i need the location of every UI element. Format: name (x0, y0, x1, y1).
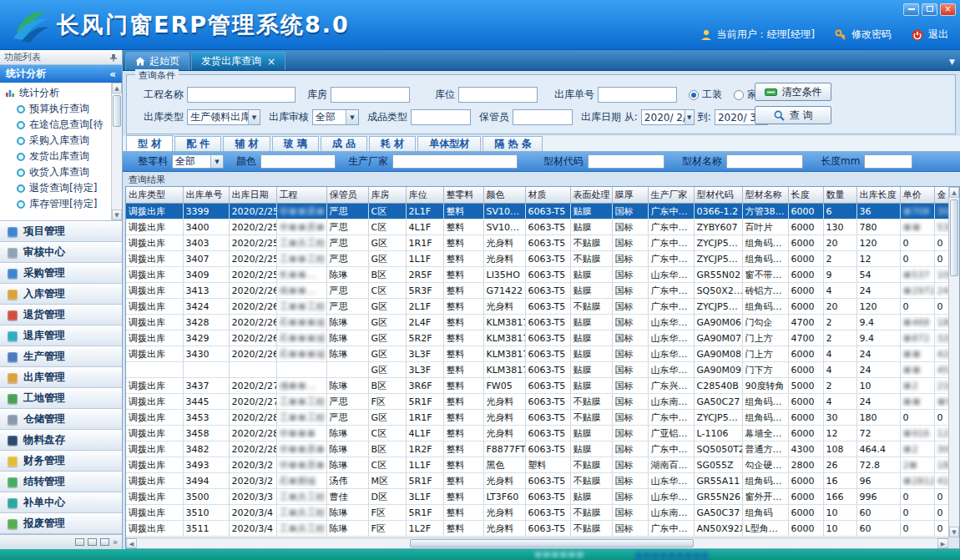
sidebar-item-purchase[interactable]: 采购管理 (0, 263, 122, 284)
tree-item[interactable]: 在途信息查询[待 (17, 117, 122, 133)
table-vscrollbar[interactable]: ▲ ▼ (948, 187, 959, 537)
column-header[interactable]: 材质 (525, 187, 570, 204)
hscroll-thumb[interactable] (410, 539, 694, 547)
material-tab[interactable]: 型 材 (126, 135, 173, 151)
date-from-select[interactable]: 2020/ 2/16▼ (641, 109, 695, 125)
collapse-left-icon[interactable]: « (109, 68, 116, 80)
tab-close-icon[interactable]: × (267, 58, 275, 66)
column-header[interactable]: 出库日期 (229, 187, 276, 204)
keeper-input[interactable] (513, 109, 573, 125)
color-input[interactable] (260, 154, 336, 169)
table-row[interactable]: 调拨出库34942020/3/2石〓辉城汤伟M区5R1F整料光身料6063-T5… (126, 473, 959, 489)
tree-scroll-thumb[interactable] (113, 95, 121, 127)
panel-config-icon[interactable] (100, 538, 109, 546)
close-button[interactable]: × (940, 3, 956, 16)
location-input[interactable] (458, 87, 538, 103)
table-row[interactable]: 调拨出库35102020/3/4工〓共工程陈琳F区5R1F整料光身料6063-T… (126, 505, 959, 521)
table-row[interactable]: 调拨出库34002020/2/25华〓〓原〓严思C区4L1F整料SV10…606… (126, 219, 959, 235)
scroll-up-icon[interactable]: ▲ (112, 83, 122, 93)
material-tab[interactable]: 配 件 (174, 136, 221, 151)
sidebar-item-scrap[interactable]: 报废管理 (0, 513, 122, 534)
tree-scrollbar[interactable]: ▲ ▼ (111, 83, 122, 220)
order-no-input[interactable] (598, 87, 677, 103)
table-row[interactable]: 调拨出库34092020/2/25长〓〓…陈琳B区2R5F整料LI35HO606… (126, 267, 959, 283)
table-row[interactable]: 调拨出库34292020/2/26石〓〓〓城陈琳G区5R2F整料KLM38176… (126, 330, 959, 346)
scroll-right-icon[interactable]: ▶ (937, 538, 948, 548)
column-header[interactable]: 工程 (276, 187, 326, 204)
table-row[interactable]: G区3L3F整料KLM38176063-T5贴膜国标山东华…GA90M09…门下… (126, 362, 959, 378)
tree-item[interactable]: 采购入库查询 (17, 133, 122, 149)
sidebar-item-reorder[interactable]: 补单中心 (0, 492, 122, 513)
table-row[interactable]: 调拨出库34032020/2/25工〓共工程严思G区1R1F整料光身料6063-… (126, 235, 959, 251)
sidebar-item-project[interactable]: 项目管理 (0, 221, 122, 242)
table-row[interactable]: 调拨出库34452020/2/27工〓〓工程严思F区5R1F整料光身料6063-… (126, 394, 959, 410)
pin-icon[interactable] (109, 53, 118, 62)
sidebar-item-inbound[interactable]: 入库管理 (0, 284, 122, 305)
column-header[interactable]: 出库单号 (183, 187, 229, 204)
maximize-button[interactable] (922, 3, 937, 16)
scroll-down-icon[interactable]: ▼ (112, 209, 122, 220)
logout-link[interactable]: 退出 (928, 28, 948, 42)
minimize-button[interactable] (903, 3, 919, 16)
column-header[interactable]: 整零料 (443, 187, 483, 204)
column-header[interactable]: 数量 (823, 187, 856, 204)
column-header[interactable]: 型材代码 (694, 187, 742, 204)
vscroll-thumb[interactable] (950, 199, 958, 276)
sidebar-item-carryover[interactable]: 结转管理 (0, 472, 122, 492)
column-header[interactable]: 生产厂家 (648, 187, 694, 204)
material-tab[interactable]: 单体型材 (417, 136, 481, 151)
table-row[interactable]: 调拨出库34822020/2/28华〓〓原〓陈琳B区1R2F整料F8877FT6… (126, 441, 959, 457)
tab-overflow-icon[interactable]: ▼ (949, 58, 955, 66)
column-header[interactable]: 颜色 (483, 187, 525, 204)
sidebar-item-returns[interactable]: 退货管理 (0, 305, 122, 325)
tree-item[interactable]: 库存管理[待定] (17, 196, 122, 212)
table-row[interactable]: 调拨出库35002020/3/3工〓共工程曹佳D区3L1F整料LT3F60606… (126, 489, 959, 505)
sidebar-item-finance[interactable]: 财务管理 (0, 451, 122, 472)
sidebar-item-audit[interactable]: 审核中心 (0, 242, 122, 263)
scroll-down-icon[interactable]: ▼ (949, 527, 959, 537)
radio-gongzhuang[interactable]: 工装 (689, 88, 722, 102)
tab-home[interactable]: 起始页 (125, 52, 189, 70)
scroll-up-icon[interactable]: ▲ (949, 187, 959, 198)
material-tab[interactable]: 成 品 (321, 136, 367, 151)
tree-item[interactable]: 预算执行查询 (17, 101, 122, 117)
column-header[interactable]: 型材名称 (742, 187, 788, 204)
product-type-input[interactable] (411, 109, 471, 125)
tree-root-item[interactable]: 统计分析 (5, 85, 122, 101)
tab-shipping-outbound-query[interactable]: 发货出库查询 × (191, 52, 285, 70)
table-row[interactable]: 调拨出库34282020/2/26石〓〓〓城陈琳G区2L4F整料KLM38176… (126, 315, 959, 330)
table-row[interactable]: 调拨出库33992020/2/25华〓〓原〓严思C区2L1F整料SV10…606… (126, 204, 959, 219)
material-tab[interactable]: 隔 热 条 (483, 136, 543, 151)
table-row[interactable]: 调拨出库34072020/2/25工〓〓工程严思G区1L1F整料光身料6063-… (126, 251, 959, 267)
table-row[interactable]: 调拨出库34302020/2/26石〓〓〓城陈琳G区3L3F整料KLM38176… (126, 346, 959, 362)
table-row[interactable]: 调拨出库34532020/2/28工〓〓工程严思G区1R1F整料光身料6063-… (126, 410, 959, 426)
table-row[interactable]: 调拨出库34132020/2/26南〓〓…严思C区5R3F整料G71422606… (126, 283, 959, 299)
table-row[interactable]: 调拨出库34372020/2/27佛〓〓…陈琳B区3R6F整料FW056063-… (126, 378, 959, 394)
column-header[interactable]: 保管员 (326, 187, 368, 204)
column-header[interactable]: 库位 (406, 187, 443, 204)
material-tab[interactable]: 辅 材 (223, 136, 270, 151)
sidebar-section-header[interactable]: 统计分析 « (0, 65, 122, 83)
column-header[interactable]: 单价 (900, 187, 934, 204)
out-type-select[interactable]: 生产领料出库▼ (187, 109, 260, 125)
sidebar-item-production[interactable]: 生产管理 (0, 346, 122, 367)
warehouse-input[interactable] (331, 87, 410, 103)
sidebar-item-outbound[interactable]: 出库管理 (0, 367, 122, 388)
sidebar-item-site[interactable]: 工地管理 (0, 388, 122, 409)
sidebar-item-warehouse[interactable]: 仓储管理 (0, 409, 122, 430)
table-row[interactable]: 调拨出库34242020/2/26工〓〓工程严思G区2L1F整料光身料6063-… (126, 299, 959, 315)
more-options-icon[interactable]: » (113, 537, 118, 547)
panel-view-icon[interactable] (75, 538, 84, 546)
profile-name-input[interactable] (726, 154, 803, 169)
table-hscrollbar[interactable]: ◀ ▶ (126, 537, 948, 548)
sidebar-item-stock-return[interactable]: 退库管理 (0, 325, 122, 346)
length-input[interactable] (864, 154, 912, 169)
support-link[interactable]: 〓〓〓〓〓〓〓〓〓 (634, 549, 710, 560)
material-tab[interactable]: 玻 璃 (272, 136, 319, 151)
whole-part-select[interactable]: 全部▼ (172, 154, 224, 169)
column-header[interactable]: 长度 (788, 187, 823, 204)
table-row[interactable]: 调拨出库34932020/3/2华〓〓原〓陈琳C区1L1F整料黑色塑料不贴膜国标… (126, 457, 959, 473)
column-header[interactable]: 膜厚 (612, 187, 648, 204)
change-password-link[interactable]: 修改密码 (851, 28, 892, 42)
table-row[interactable]: 调拨出库34582020/2/28华〓〓〓陈琳C区4L1F整料光身料6063-T… (126, 426, 959, 441)
